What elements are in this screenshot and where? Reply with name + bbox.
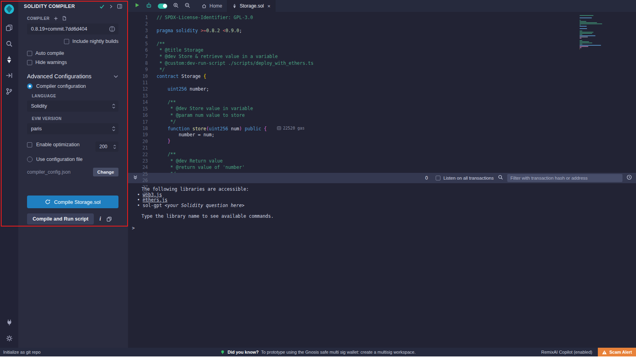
zoom-in-icon[interactable]	[173, 2, 179, 10]
line-number[interactable]: 10	[128, 73, 148, 79]
deploy-run-icon[interactable]	[4, 71, 14, 80]
line-number[interactable]: 5	[128, 41, 148, 47]
line-number[interactable]: 6	[128, 47, 148, 53]
ai-assistant-icon[interactable]	[145, 2, 152, 10]
code-line[interactable]: }	[157, 138, 580, 144]
chevron-right-icon[interactable]	[109, 4, 113, 9]
code-line[interactable]: /**	[157, 151, 580, 157]
zoom-out-icon[interactable]	[184, 2, 190, 10]
add-version-icon[interactable]	[54, 16, 58, 21]
code-line[interactable]: // SPDX-License-Identifier: GPL-3.0	[157, 14, 580, 21]
code-line[interactable]	[157, 79, 580, 86]
line-number[interactable]: 12	[128, 86, 148, 92]
advanced-configurations-toggle[interactable]: Advanced Configurations	[27, 73, 118, 79]
language-select[interactable]: Solidity	[27, 101, 118, 112]
line-number[interactable]: 14	[128, 99, 148, 105]
hide-warnings-checkbox[interactable]	[27, 60, 32, 65]
code-editor[interactable]: 1234567891011121314151617181920212223242…	[128, 12, 636, 173]
line-number[interactable]: 21	[128, 145, 148, 151]
code-line[interactable]: uint256 number;	[157, 86, 580, 92]
code-line[interactable]: * @dev Store value in variable	[157, 105, 580, 112]
compiler-configuration-radio[interactable]: Compiler configuration	[27, 83, 118, 89]
info-icon[interactable]: i	[99, 216, 101, 222]
compile-and-run-button[interactable]: Compile and Run script	[27, 213, 94, 225]
code-line[interactable]: * @return value of 'number'	[157, 164, 580, 170]
search-icon[interactable]	[4, 39, 14, 48]
line-number[interactable]: 11	[128, 79, 148, 86]
code-area[interactable]: // SPDX-License-Identifier: GPL-3.0pragm…	[148, 12, 580, 173]
tab-storage-sol[interactable]: Storage.sol ×	[227, 0, 275, 12]
terminal-search-icon[interactable]	[498, 174, 503, 182]
code-line[interactable]: * @custom:dev-run-script ./scripts/deplo…	[157, 60, 580, 66]
remix-logo[interactable]	[3, 3, 15, 15]
settings-icon[interactable]	[4, 333, 14, 343]
line-number[interactable]: 22	[128, 151, 148, 158]
terminal-prompt[interactable]: >	[132, 226, 636, 231]
code-line[interactable]: */	[157, 118, 580, 125]
line-number[interactable]: 16	[128, 112, 148, 118]
code-line[interactable]: */	[157, 170, 580, 173]
code-line[interactable]: * @title Storage	[157, 47, 580, 53]
code-line[interactable]: /**	[157, 99, 580, 105]
line-number[interactable]: 7	[128, 53, 148, 60]
line-number[interactable]: 4	[128, 34, 148, 40]
git-icon[interactable]	[4, 87, 14, 96]
code-line[interactable]	[157, 34, 580, 40]
line-number[interactable]: 9	[128, 66, 148, 73]
code-line[interactable]: number = num;	[157, 132, 580, 138]
auto-compile-checkbox[interactable]	[27, 51, 32, 56]
compile-button[interactable]: Compile Storage.sol	[27, 196, 118, 208]
plugin-manager-icon[interactable]	[4, 318, 14, 327]
line-number[interactable]: 18	[128, 125, 148, 132]
line-number[interactable]: 1	[128, 14, 148, 21]
git-init-status[interactable]: Initialize as git repo	[0, 350, 41, 354]
code-line[interactable]	[157, 93, 580, 99]
line-number[interactable]: 3	[128, 27, 148, 34]
pin-panel-icon[interactable]	[117, 4, 122, 9]
line-number[interactable]: 24	[128, 164, 148, 170]
code-line[interactable]: * @dev Store & retrieve value in a varia…	[157, 53, 580, 60]
use-configuration-file-radio[interactable]: Use configuration file	[27, 157, 118, 162]
history-clock-icon[interactable]	[626, 174, 632, 182]
line-number[interactable]: 19	[128, 132, 148, 138]
line-number[interactable]: 8	[128, 60, 148, 66]
code-line[interactable]	[157, 21, 580, 27]
compiler-version-select[interactable]: 0.8.19+commit.7dd6d404	[27, 23, 118, 35]
run-script-icon[interactable]	[134, 2, 140, 10]
line-number[interactable]: 29	[128, 197, 148, 203]
scam-alert-badge[interactable]: Scam Alert	[598, 348, 636, 356]
code-line[interactable]: */	[157, 66, 580, 73]
code-line[interactable]	[157, 145, 580, 151]
open-file-icon[interactable]	[62, 16, 67, 21]
code-line[interactable]: contract Storage {	[157, 73, 580, 79]
line-number[interactable]: 13	[128, 93, 148, 99]
file-explorer-icon[interactable]	[4, 23, 14, 33]
close-tab-icon[interactable]: ×	[268, 3, 271, 9]
optimization-runs-input[interactable]: 200	[95, 141, 118, 152]
evm-version-select[interactable]: paris	[27, 123, 118, 134]
line-number[interactable]: 28	[128, 190, 148, 197]
line-number[interactable]: 20	[128, 138, 148, 145]
code-line[interactable]: * @dev Return value	[157, 158, 580, 164]
enable-optimization-checkbox[interactable]	[27, 142, 32, 147]
listen-transactions-checkbox[interactable]	[436, 176, 440, 180]
line-number[interactable]: 15	[128, 106, 148, 112]
copy-icon[interactable]	[107, 217, 112, 222]
ai-copilot-toggle[interactable]	[158, 4, 167, 9]
line-number[interactable]: 27	[128, 184, 148, 190]
minimap[interactable]	[580, 12, 624, 173]
code-line[interactable]: function store(uint256 num) public {2252…	[157, 125, 580, 132]
solidity-compiler-icon[interactable]	[4, 55, 14, 64]
line-number[interactable]: 25	[128, 171, 148, 177]
tab-home[interactable]: Home	[197, 0, 227, 12]
line-number[interactable]: 23	[128, 158, 148, 164]
code-line[interactable]: /**	[157, 41, 580, 47]
code-line[interactable]: * @param num value to store	[157, 112, 580, 118]
terminal[interactable]: The following libraries are accessible:•…	[128, 183, 636, 348]
line-number[interactable]: 2	[128, 21, 148, 27]
line-number[interactable]: 26	[128, 177, 148, 184]
include-nightly-checkbox[interactable]	[64, 39, 69, 44]
transaction-filter-input[interactable]	[507, 174, 622, 182]
code-line[interactable]: pragma solidity >=0.8.2 <0.9.0;	[157, 27, 580, 34]
change-config-button[interactable]: Change	[93, 168, 118, 176]
